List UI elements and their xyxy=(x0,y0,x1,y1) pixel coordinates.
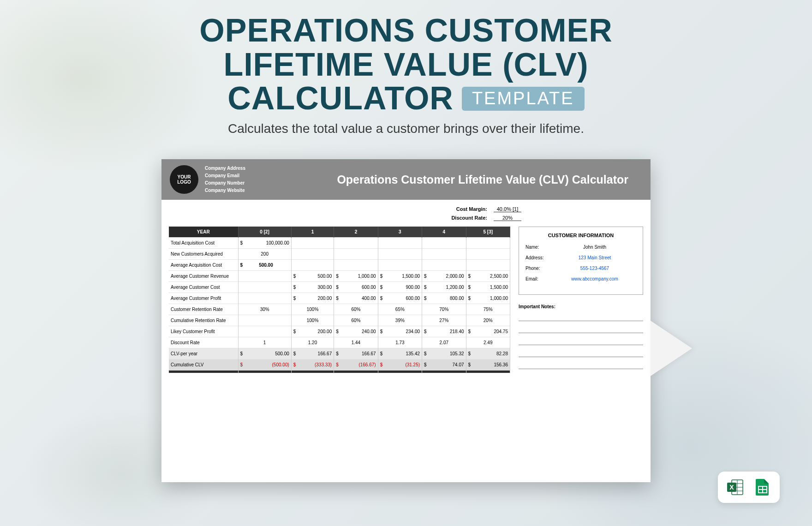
table-row: Average Acquisition Cost$500.00 xyxy=(169,260,510,271)
cell: $200.00 xyxy=(291,326,334,337)
cell: $82.28 xyxy=(466,348,510,359)
svg-text:X: X xyxy=(729,484,734,491)
year-col-4: 4 xyxy=(422,227,466,238)
cell: 20% xyxy=(466,315,510,326)
page-title: OPERATIONS CUSTOMER LIFETIME VALUE (CLV)… xyxy=(0,14,812,116)
cost-margin-value: 40.0% [1] xyxy=(494,206,521,212)
notes-label: Important Notes: xyxy=(519,304,643,309)
row-label: Average Customer Cost xyxy=(169,282,238,293)
note-line xyxy=(519,360,643,369)
cell: 30% xyxy=(238,304,291,315)
cell: $166.67 xyxy=(334,348,378,359)
cell: 65% xyxy=(378,304,422,315)
cell xyxy=(291,260,334,271)
table-row: Cumulative Retention Rate100%60%39%27%20… xyxy=(169,315,510,326)
row-label: Average Customer Profit xyxy=(169,293,238,304)
cell: 2.07 xyxy=(422,337,466,348)
email-label: Email: xyxy=(525,276,553,281)
google-sheets-icon xyxy=(752,477,772,497)
table-row: Average Customer Cost$300.00$600.00$900.… xyxy=(169,282,510,293)
cell xyxy=(291,238,334,249)
table-header-row: YEAR 0 [2] 1 2 3 4 5 [3] xyxy=(169,227,510,238)
note-line xyxy=(519,348,643,357)
cell: $156.36 xyxy=(466,359,510,371)
year-header: YEAR xyxy=(169,227,238,238)
format-badges: X xyxy=(718,472,780,503)
customer-info-box: CUSTOMER INFORMATION Name:John Smith Add… xyxy=(519,227,643,295)
phone-value: 555-123-4567 xyxy=(553,266,636,271)
cell: $135.42 xyxy=(378,348,422,359)
cell: $166.67 xyxy=(291,348,334,359)
cell: $74.07 xyxy=(422,359,466,371)
table-row: Average Customer Profit$200.00$400.00$60… xyxy=(169,293,510,304)
page-fold-decoration xyxy=(651,321,692,376)
cell: 100% xyxy=(291,304,334,315)
cell: $2,500.00 xyxy=(466,271,510,282)
cell xyxy=(238,293,291,304)
cell: 60% xyxy=(334,315,378,326)
table-row: Discount Rate11.201.441.732.072.49 xyxy=(169,337,510,348)
discount-rate-label: Discount Rate: xyxy=(451,215,487,221)
row-label: Average Customer Revenue xyxy=(169,271,238,282)
cell xyxy=(238,326,291,337)
table-row: Customer Retention Rate30%100%60%65%70%7… xyxy=(169,304,510,315)
cell: 27% xyxy=(422,315,466,326)
cell xyxy=(334,249,378,260)
row-label: Cumulative CLV xyxy=(169,359,238,371)
company-number: Company Number xyxy=(205,179,245,187)
cell: $234.00 xyxy=(378,326,422,337)
year-col-0: 0 [2] xyxy=(238,227,291,238)
cell xyxy=(291,249,334,260)
cell: $(333.33) xyxy=(291,359,334,371)
cell: $1,200.00 xyxy=(422,282,466,293)
phone-label: Phone: xyxy=(525,266,553,271)
cell xyxy=(334,260,378,271)
title-line-2: LIFETIME VALUE (CLV) xyxy=(0,48,812,82)
document-title: Operations Customer Lifetime Value (CLV)… xyxy=(337,173,642,186)
cell: $500.00 xyxy=(238,260,291,271)
side-panel: CUSTOMER INFORMATION Name:John Smith Add… xyxy=(519,227,643,372)
cell: 100% xyxy=(291,315,334,326)
cell: 75% xyxy=(466,304,510,315)
name-value: John Smith xyxy=(553,245,636,250)
row-label: Customer Retention Rate xyxy=(169,304,238,315)
discount-rate-value: 20% xyxy=(494,215,521,221)
cell xyxy=(238,315,291,326)
company-email: Company Email xyxy=(205,172,245,179)
cell: $900.00 xyxy=(378,282,422,293)
cell xyxy=(422,238,466,249)
row-label: Average Acquisition Cost xyxy=(169,260,238,271)
cell xyxy=(334,238,378,249)
cell: $(31.25) xyxy=(378,359,422,371)
cell: 2.49 xyxy=(466,337,510,348)
cell: 200 xyxy=(238,249,291,260)
cell xyxy=(378,249,422,260)
year-col-1: 1 xyxy=(291,227,334,238)
cell xyxy=(422,260,466,271)
cell: $600.00 xyxy=(334,282,378,293)
customer-info-heading: CUSTOMER INFORMATION xyxy=(525,233,636,238)
cell: $1,000.00 xyxy=(466,293,510,304)
cell xyxy=(422,249,466,260)
subtitle: Calculates the total value a customer br… xyxy=(0,121,812,136)
cell: 1.20 xyxy=(291,337,334,348)
cell: 1.73 xyxy=(378,337,422,348)
cell: $218.40 xyxy=(422,326,466,337)
title-line-3: CALCULATOR xyxy=(227,82,454,116)
parameters-row: Cost Margin: 40.0% [1] Discount Rate: 20… xyxy=(161,200,651,223)
note-line xyxy=(519,324,643,333)
cell: 1 xyxy=(238,337,291,348)
cell: $500.00 xyxy=(291,271,334,282)
cell: 60% xyxy=(334,304,378,315)
document-preview: YOUR LOGO Company Address Company Email … xyxy=(161,159,651,482)
year-col-5: 5 [3] xyxy=(466,227,510,238)
company-website: Company Website xyxy=(205,187,245,194)
note-line xyxy=(519,336,643,345)
cell: $500.00 xyxy=(238,348,291,359)
cell xyxy=(238,282,291,293)
cell: $105.32 xyxy=(422,348,466,359)
cell xyxy=(466,249,510,260)
cell: 70% xyxy=(422,304,466,315)
title-line-1: OPERATIONS CUSTOMER xyxy=(0,14,812,48)
cell xyxy=(466,260,510,271)
